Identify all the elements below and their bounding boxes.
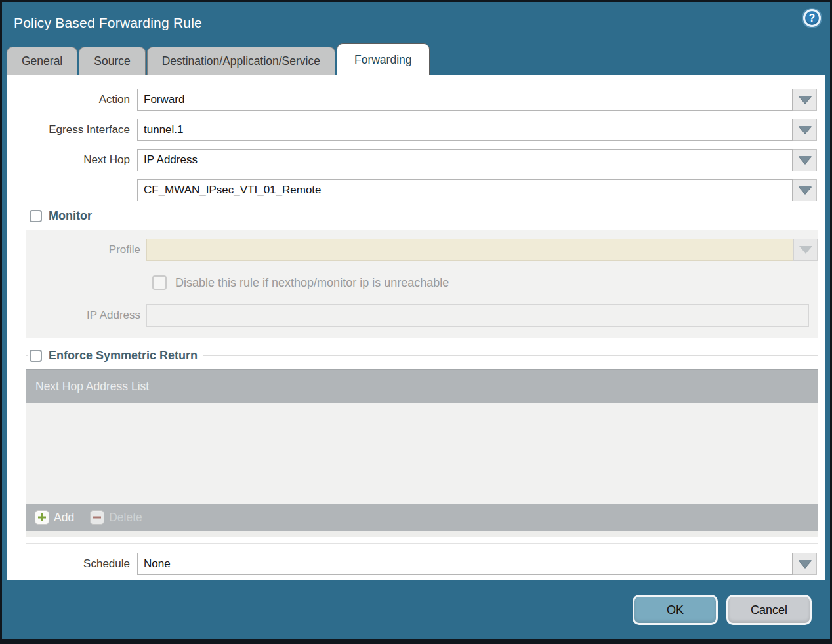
monitor-checkbox[interactable] (30, 210, 42, 222)
next-hop-label: Next Hop (7, 153, 137, 167)
profile-row: Profile (26, 239, 818, 261)
dialog-title: Policy Based Forwarding Rule (14, 15, 202, 31)
tab-destination-application-service[interactable]: Destination/Application/Service (147, 47, 335, 75)
table-bottom-strip (26, 531, 818, 537)
tab-destination-label: Destination/Application/Service (162, 54, 320, 68)
next-hop-address-dropdown-button[interactable] (793, 179, 817, 201)
schedule-dropdown-button[interactable] (793, 553, 817, 575)
ok-button[interactable]: OK (633, 595, 718, 625)
profile-label: Profile (26, 243, 146, 256)
add-button[interactable]: Add (35, 510, 74, 525)
next-hop-address-row (7, 179, 817, 201)
minus-icon (90, 510, 104, 525)
action-input[interactable] (137, 89, 793, 111)
tab-source[interactable]: Source (79, 47, 145, 75)
add-button-label: Add (54, 511, 74, 525)
tab-general-label: General (22, 54, 62, 68)
chevron-down-icon (799, 96, 812, 104)
disable-rule-checkbox (152, 275, 167, 290)
symmetric-return-legend: Enforce Symmetric Return (49, 349, 198, 363)
next-hop-address-list-footer: Add Delete (26, 504, 818, 531)
monitor-fieldset: Monitor Profile Disable this rule if nex… (26, 209, 818, 338)
monitor-legend: Monitor (49, 209, 92, 223)
dialog-footer: OK Cancel (2, 580, 830, 639)
delete-button: Delete (90, 510, 142, 525)
action-label: Action (7, 93, 137, 106)
chevron-down-icon (799, 560, 812, 568)
schedule-label: Schedule (7, 557, 137, 571)
chevron-down-icon (799, 246, 812, 254)
chevron-down-icon (799, 126, 812, 134)
forwarding-tab-panel: Action Egress Interface Next Hop (7, 75, 825, 580)
next-hop-row: Next Hop (7, 149, 817, 171)
monitor-panel: Profile Disable this rule if nexthop/mon… (26, 230, 818, 338)
tab-forwarding-label: Forwarding (354, 53, 412, 67)
tab-general[interactable]: General (7, 47, 77, 75)
tab-forwarding[interactable]: Forwarding (337, 43, 430, 75)
next-hop-type-input[interactable] (137, 149, 793, 171)
symmetric-return-checkbox[interactable] (30, 350, 42, 362)
egress-interface-input[interactable] (137, 119, 793, 141)
monitor-ip-address-row: IP Address (26, 304, 809, 327)
action-dropdown-button[interactable] (793, 89, 817, 111)
pbf-rule-dialog: Policy Based Forwarding Rule ? General S… (0, 0, 832, 644)
chevron-down-icon (799, 186, 812, 194)
cancel-button[interactable]: Cancel (726, 595, 812, 625)
chevron-down-icon (799, 156, 812, 164)
action-row: Action (7, 89, 817, 111)
plus-icon (35, 510, 49, 525)
schedule-input[interactable] (137, 553, 793, 575)
delete-button-label: Delete (109, 511, 142, 525)
schedule-row: Schedule (7, 553, 817, 575)
disable-rule-label: Disable this rule if nexthop/monitor ip … (175, 276, 449, 290)
profile-input (146, 239, 793, 261)
next-hop-address-list-body[interactable] (26, 403, 818, 504)
next-hop-dropdown-button[interactable] (793, 149, 817, 171)
monitor-ip-address-label: IP Address (26, 309, 146, 322)
next-hop-address-list-table: Next Hop Address List Add (26, 369, 818, 537)
disable-rule-row: Disable this rule if nexthop/monitor ip … (26, 272, 818, 294)
profile-dropdown-button (793, 239, 818, 261)
help-icon[interactable]: ? (803, 9, 821, 27)
dialog-titlebar: Policy Based Forwarding Rule ? (2, 2, 830, 43)
tab-source-label: Source (94, 54, 130, 68)
tab-bar: General Source Destination/Application/S… (2, 43, 830, 75)
symmetric-return-fieldset: Enforce Symmetric Return Next Hop Addres… (26, 349, 818, 544)
monitor-ip-address-input (146, 304, 809, 327)
egress-interface-row: Egress Interface (7, 119, 817, 141)
next-hop-address-list-header: Next Hop Address List (26, 369, 818, 403)
egress-interface-label: Egress Interface (7, 123, 137, 136)
egress-interface-dropdown-button[interactable] (793, 119, 817, 141)
next-hop-address-input[interactable] (137, 179, 793, 201)
